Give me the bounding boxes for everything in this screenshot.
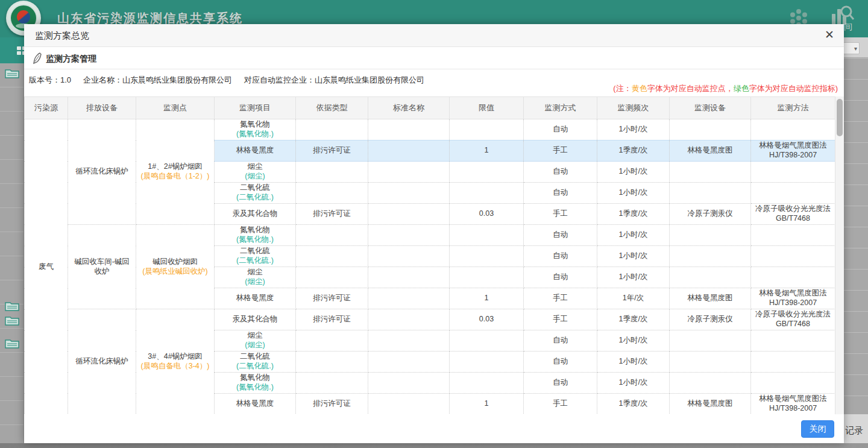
cell-limit — [450, 267, 524, 288]
cell-equip — [670, 162, 751, 183]
cell-standard — [368, 373, 450, 394]
column-header: 限值 — [450, 97, 524, 119]
cell-equip: 林格曼黑度图 — [670, 394, 751, 415]
sidebar-folder-icon[interactable] — [5, 338, 19, 349]
sidebar — [0, 63, 24, 443]
cell-equip — [670, 183, 751, 204]
sidebar-folder-icon[interactable] — [5, 68, 19, 78]
cell-freq: 1小时/次 — [597, 373, 670, 394]
column-header: 监测方式 — [524, 97, 597, 119]
logo-globe-icon — [17, 10, 30, 24]
cell-equip — [670, 352, 751, 373]
cell-standard — [368, 140, 450, 162]
info-bar: 版本号：1.0企业名称：山东晨鸣纸业集团股份有限公司对应自动监控企业：山东晨鸣纸… — [24, 69, 844, 96]
screen: 山东省污染源监测信息共享系统 间 — [0, 0, 868, 448]
cell-equip: 林格曼黑度图 — [670, 288, 751, 309]
cell-point: 1#、2#锅炉烟囱(晨鸣自备电（1-2）) — [136, 119, 215, 225]
cell-limit — [450, 246, 524, 267]
cell-device: 碱回收车间-碱回收炉 — [68, 225, 136, 309]
background-record-text: 记录 — [845, 425, 863, 437]
cell-method — [751, 183, 835, 204]
scrollbar-thumb[interactable] — [837, 99, 843, 136]
cell-method — [751, 162, 835, 183]
cell-mode: 自动 — [524, 162, 597, 183]
cell-device: 循环流化床锅炉 — [68, 119, 136, 225]
column-header: 污染源 — [25, 97, 68, 119]
cell-mode: 自动 — [524, 267, 597, 288]
cell-standard — [368, 352, 450, 373]
cell-mode: 手工 — [524, 394, 597, 415]
cell-item: 烟尘(烟尘) — [215, 330, 296, 352]
cell-mode: 自动 — [524, 119, 597, 140]
close-button[interactable]: 关闭 — [801, 420, 834, 438]
auto-company-value: 山东晨鸣纸业集团股份有限公司 — [315, 75, 424, 84]
cell-method: 林格曼烟气黑度图法HJ/T398-2007 — [751, 288, 835, 309]
cell-mode: 自动 — [524, 246, 597, 267]
cell-standard — [368, 204, 450, 225]
cell-freq: 1小时/次 — [597, 267, 670, 288]
cell-mode: 手工 — [524, 288, 597, 309]
cell-freq: 1小时/次 — [597, 352, 670, 373]
cell-freq: 1年/次 — [597, 288, 670, 309]
note-green: 绿色 — [734, 84, 749, 93]
cell-equip: 林格曼黑度图 — [670, 140, 751, 162]
auto-company-label: 对应自动监控企业： — [244, 75, 315, 84]
cell-limit — [450, 119, 524, 140]
table-row[interactable]: 循环流化床锅炉3#、4#锅炉烟囱(晨鸣自备电（3-4）)汞及其化合物排污许可证0… — [25, 309, 835, 330]
background-page-right — [844, 37, 868, 443]
cell-point: 3#、4#锅炉烟囱(晨鸣自备电（3-4）) — [136, 309, 215, 415]
cell-limit: 0.03 — [450, 204, 524, 225]
cell-limit — [450, 162, 524, 183]
cell-standard — [368, 309, 450, 330]
background-dropdown[interactable]: ▾ — [841, 42, 860, 54]
cell-limit: 1 — [450, 140, 524, 162]
cell-freq: 1小时/次 — [597, 330, 670, 352]
cell-basis — [296, 225, 368, 246]
cell-equip — [670, 225, 751, 246]
cell-mode: 自动 — [524, 183, 597, 204]
cell-limit — [450, 373, 524, 394]
plan-info: 版本号：1.0企业名称：山东晨鸣纸业集团股份有限公司对应自动监控企业：山东晨鸣纸… — [29, 75, 436, 86]
legend-note: (注：黄色字体为对应自动监控点，绿色字体为对应自动监控指标) — [613, 83, 838, 94]
cell-equip — [670, 373, 751, 394]
cell-item: 二氧化硫(二氧化硫.) — [215, 183, 296, 204]
cell-equip — [670, 267, 751, 288]
sidebar-folder-icon[interactable] — [5, 300, 19, 311]
background-bottom-strip — [0, 443, 868, 448]
cell-pollution-source: 废气 — [25, 119, 68, 415]
cell-equip: 冷原子测汞仪 — [670, 204, 751, 225]
cell-basis: 排污许可证 — [296, 204, 368, 225]
cell-basis: 排污许可证 — [296, 309, 368, 330]
close-icon[interactable]: ✕ — [825, 29, 834, 41]
sidebar-folder-icon[interactable] — [5, 315, 19, 326]
table-row[interactable]: 废气循环流化床锅炉1#、2#锅炉烟囱(晨鸣自备电（1-2）)氮氧化物(氮氧化物.… — [25, 119, 835, 140]
modal-titlebar: 监测方案总览 ✕ — [24, 24, 844, 47]
cell-method — [751, 246, 835, 267]
cell-standard — [368, 394, 450, 415]
cell-basis: 排污许可证 — [296, 394, 368, 415]
cell-standard — [368, 246, 450, 267]
monitoring-plan-table: 污染源排放设备监测点监测项目依据类型标准名称限值监测方式监测频次监测设备监测方法… — [24, 96, 835, 414]
note-yellow: 黄色 — [632, 84, 647, 93]
column-header: 监测点 — [136, 97, 215, 119]
cell-item: 林格曼黑度 — [215, 394, 296, 415]
cell-mode: 自动 — [524, 330, 597, 352]
cell-limit — [450, 352, 524, 373]
table-row[interactable]: 碱回收车间-碱回收炉碱回收炉烟囱(晨鸣纸业碱回收炉)氮氧化物(氮氧化物.)自动1… — [25, 225, 835, 246]
cell-basis — [296, 162, 368, 183]
cell-point: 碱回收炉烟囱(晨鸣纸业碱回收炉) — [136, 225, 215, 309]
cell-item: 烟尘(烟尘) — [215, 267, 296, 288]
cell-basis — [296, 246, 368, 267]
cell-method: 林格曼烟气黑度图法HJ/T398-2007 — [751, 394, 835, 415]
modal-title: 监测方案总览 — [35, 30, 89, 42]
monitoring-plan-modal: 监测方案总览 ✕ 监测方案管理 版本号：1.0企业名称：山东晨鸣纸业集团股份有限… — [24, 24, 844, 443]
cell-item: 林格曼黑度 — [215, 288, 296, 309]
section-title: 监测方案管理 — [46, 54, 96, 65]
cell-basis — [296, 267, 368, 288]
cell-standard — [368, 119, 450, 140]
cell-basis — [296, 183, 368, 204]
version-value: 1.0 — [60, 75, 71, 84]
column-header: 排放设备 — [68, 97, 136, 119]
cell-item: 汞及其化合物 — [215, 204, 296, 225]
column-header: 依据类型 — [296, 97, 368, 119]
